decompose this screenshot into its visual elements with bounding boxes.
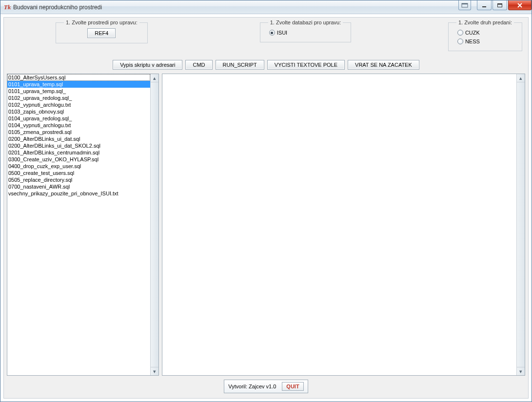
list-item[interactable]: 0104_uprava_redolog.sql_ [7, 115, 150, 122]
list-item[interactable]: 0300_Create_uziv_OKO_HYLASP.sql [7, 156, 150, 163]
list-item[interactable]: 0101_uprava_temp.sql [7, 81, 150, 88]
list-item[interactable]: 0104_vypnuti_archlogu.txt [7, 122, 150, 129]
list-item[interactable]: 0505_replace_directory.sql [7, 176, 150, 183]
clear-output-button[interactable]: VYCISTI TEXTOVE POLE [267, 60, 345, 70]
radio-label: NESS [465, 38, 480, 44]
cmd-button[interactable]: CMD [185, 60, 212, 70]
titlebar: Tk Budovani neprodukcniho prostredi [0, 0, 532, 14]
close-button[interactable] [508, 0, 532, 10]
group-database: 1. Zvolte databazi pro upravu: ISUI [260, 19, 352, 42]
svg-rect-2 [482, 6, 486, 7]
scroll-down-icon[interactable]: ▾ [517, 367, 525, 375]
list-item[interactable]: 0105_zmena_prostredi.sql [7, 129, 150, 135]
list-item[interactable]: vsechny_prikazy_pouzite_pri_obnove_ISUI.… [7, 190, 150, 197]
minimize-button[interactable] [477, 0, 492, 10]
window-buttons [457, 0, 532, 10]
app-window: Tk Budovani neprodukcniho prostredi 1. Z… [0, 0, 532, 402]
radio-ness[interactable]: NESS [456, 37, 514, 46]
footer-box: Vytvoril: Zajcev v1.0 QUIT [224, 380, 308, 393]
group-handover-legend: 1. Zvolte druh predani: [456, 19, 514, 25]
toolbar: Vypis skriptu v adresari CMD RUN_SCRIPT … [7, 60, 525, 70]
radio-isui[interactable]: ISUI [268, 28, 343, 37]
aux-window-button[interactable] [458, 0, 471, 10]
radio-label: CUZK [465, 30, 480, 36]
env-button[interactable]: REF4 [87, 28, 116, 38]
list-item[interactable]: 0200_AlterDBLinks_ui_dat.sql [7, 135, 150, 142]
client-area: 1. Zvolte prostredi pro upravu: REF4 1. … [3, 17, 529, 399]
list-item[interactable]: 0100_AlterSysUsers.sql [7, 74, 150, 81]
list-item[interactable]: 0102_vypnuti_archlogu.txt [7, 101, 150, 108]
script-list-panel: 0100_AlterSysUsers.sql0101_uprava_temp.s… [7, 74, 159, 376]
svg-rect-1 [462, 3, 468, 4]
list-item[interactable]: 0101_uprava_temp.sql_ [7, 88, 150, 95]
listbox-scrollbar[interactable]: ▴ ▾ [150, 74, 158, 375]
list-item[interactable]: 0500_create_test_users.sql [7, 170, 150, 176]
scroll-up-icon[interactable]: ▴ [517, 74, 525, 82]
radio-icon [457, 30, 463, 36]
list-item[interactable]: 0103_zapis_obnovy.sql [7, 108, 150, 115]
list-item[interactable]: 0102_uprava_redolog.sql_ [7, 95, 150, 101]
list-item[interactable]: 0201_AlterDBLinks_centrumadmin.sql [7, 149, 150, 156]
output-scrollbar[interactable]: ▴ ▾ [516, 74, 525, 375]
scroll-up-icon[interactable]: ▴ [151, 74, 158, 82]
footer: Vytvoril: Zajcev v1.0 QUIT [7, 376, 525, 395]
maximize-button[interactable] [493, 0, 507, 10]
svg-rect-4 [498, 3, 502, 4]
main-split: 0100_AlterSysUsers.sql0101_uprava_temp.s… [7, 74, 525, 376]
output-textbox[interactable] [162, 74, 516, 375]
top-groups-row: 1. Zvolte prostredi pro upravu: REF4 1. … [7, 19, 525, 51]
list-item[interactable]: 0700_nastaveni_AWR.sql [7, 183, 150, 190]
group-environment-legend: 1. Zvolte prostredi pro upravu: [64, 19, 139, 25]
radio-icon [457, 38, 463, 44]
radio-icon [269, 30, 275, 36]
script-listbox[interactable]: 0100_AlterSysUsers.sql0101_uprava_temp.s… [7, 74, 150, 375]
list-item[interactable]: 0200_AlterDBLinks_ui_dat_SKOL2.sql [7, 142, 150, 149]
window-title: Budovani neprodukcniho prostredi [13, 4, 102, 11]
group-database-legend: 1. Zvolte databazi pro upravu: [268, 19, 343, 25]
radio-label: ISUI [277, 30, 287, 36]
credits-label: Vytvoril: Zajcev v1.0 [228, 383, 276, 389]
scroll-down-icon[interactable]: ▾ [151, 367, 158, 375]
output-panel: ▴ ▾ [162, 74, 525, 376]
radio-cuzk[interactable]: CUZK [456, 28, 514, 37]
go-to-start-button[interactable]: VRAT SE NA ZACATEK [348, 60, 419, 70]
list-item[interactable]: 0400_drop_cuzk_exp_user.sql [7, 163, 150, 170]
list-scripts-button[interactable]: Vypis skriptu v adresari [113, 60, 182, 70]
quit-button[interactable]: QUIT [282, 382, 303, 391]
group-handover: 1. Zvolte druh predani: CUZKNESS [448, 19, 522, 51]
run-script-button[interactable]: RUN_SCRIPT [216, 60, 264, 70]
app-icon: Tk [3, 3, 11, 11]
group-environment: 1. Zvolte prostredi pro upravu: REF4 [56, 19, 148, 43]
